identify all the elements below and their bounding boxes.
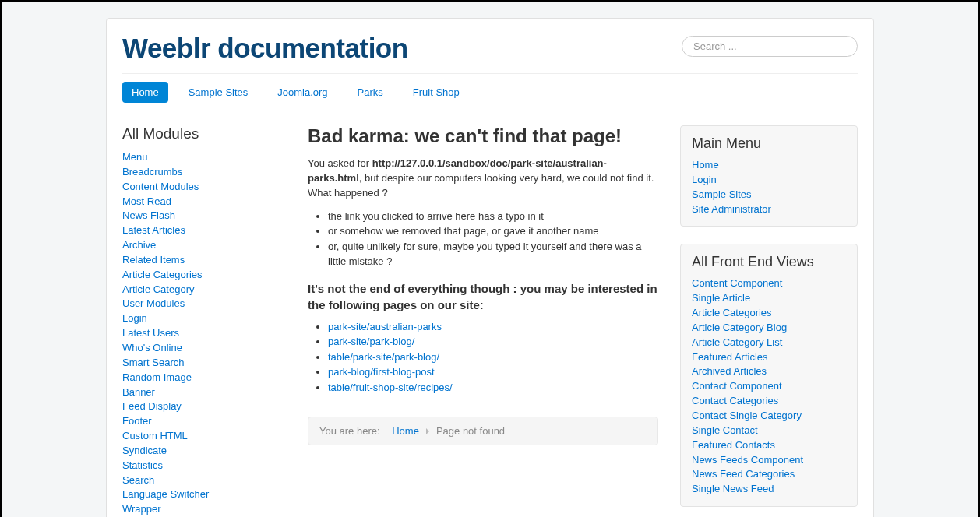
module-link[interactable]: Statistics [122, 459, 163, 471]
list-item: Home [692, 158, 846, 173]
list-item: park-blog/first-blog-post [328, 364, 658, 380]
list-item: Related Items [122, 253, 286, 268]
breadcrumb-current: Page not found [436, 425, 505, 437]
module-link[interactable]: Content Modules [122, 181, 199, 192]
menu-link[interactable]: Home [692, 159, 719, 171]
alt-heading: It's not the end of everything though : … [308, 280, 658, 313]
list-item: Login [122, 311, 286, 326]
view-link[interactable]: Single Contact [692, 424, 758, 436]
suggested-link[interactable]: park-blog/first-blog-post [328, 366, 435, 378]
view-link[interactable]: Single News Feed [692, 483, 774, 494]
view-link[interactable]: Featured Contacts [692, 439, 775, 451]
list-item: Login [692, 173, 846, 188]
module-link[interactable]: Article Categories [122, 269, 203, 280]
list-item: Breadcrumbs [122, 165, 286, 180]
module-link[interactable]: Latest Articles [122, 224, 185, 236]
view-link[interactable]: Contact Component [692, 380, 782, 392]
list-item: Archived Articles [692, 364, 846, 379]
module-link[interactable]: Smart Search [122, 357, 184, 368]
page-title: Bad karma: we can't find that page! [308, 125, 658, 147]
view-link[interactable]: Contact Categories [692, 395, 778, 406]
reason-item: or somehow we removed that page, or gave… [328, 223, 658, 239]
module-link[interactable]: Feed Display [122, 400, 182, 412]
list-item: Featured Articles [692, 350, 846, 365]
module-link[interactable]: User Modules [122, 297, 185, 309]
list-item: Menu [122, 150, 286, 165]
module-link[interactable]: News Flash [122, 209, 175, 221]
nav-item-sample-sites[interactable]: Sample Sites [179, 82, 258, 103]
view-link[interactable]: Archived Articles [692, 365, 767, 377]
view-link[interactable]: News Feeds Component [692, 454, 803, 466]
list-item: Language Switcher [122, 487, 286, 502]
module-link[interactable]: Banner [122, 386, 155, 398]
module-link[interactable]: Language Switcher [122, 488, 209, 500]
view-link[interactable]: Content Component [692, 277, 782, 289]
front-end-views-list: Content ComponentSingle ArticleArticle C… [692, 276, 846, 497]
menu-link[interactable]: Sample Sites [692, 188, 752, 200]
all-modules-list: MenuBreadcrumbsContent ModulesMost ReadN… [122, 150, 286, 517]
menu-link[interactable]: Site Administrator [692, 203, 771, 215]
module-link[interactable]: Article Category [122, 283, 194, 295]
chevron-right-icon [426, 428, 429, 434]
menu-link[interactable]: Login [692, 174, 717, 185]
list-item: Banner [122, 385, 286, 400]
list-item: Single Article [692, 291, 846, 306]
list-item: Content Component [692, 276, 846, 291]
module-link[interactable]: Latest Users [122, 327, 179, 339]
view-link[interactable]: Article Category List [692, 336, 782, 348]
list-item: Single News Feed [692, 482, 846, 497]
view-link[interactable]: News Feed Categories [692, 468, 795, 480]
main-menu-list: HomeLoginSample SitesSite Administrator [692, 158, 846, 216]
nav-item-home[interactable]: Home [122, 82, 168, 103]
suggested-link[interactable]: park-site/australian-parks [328, 321, 442, 332]
view-link[interactable]: Single Article [692, 292, 750, 304]
list-item: Custom HTML [122, 429, 286, 444]
module-link[interactable]: Wrapper [122, 503, 161, 515]
module-link[interactable]: Login [122, 312, 147, 324]
view-link[interactable]: Contact Single Category [692, 410, 802, 421]
front-end-views-heading: All Front End Views [692, 254, 846, 270]
list-item: Article Categories [692, 306, 846, 321]
view-link[interactable]: Featured Articles [692, 351, 768, 363]
list-item: Site Administrator [692, 202, 846, 217]
nav-item-fruit-shop[interactable]: Fruit Shop [404, 82, 469, 103]
breadcrumb-home[interactable]: Home [392, 425, 419, 437]
view-link[interactable]: Article Category Blog [692, 322, 787, 333]
list-item: Archive [122, 238, 286, 253]
view-link[interactable]: Article Categories [692, 307, 772, 318]
module-link[interactable]: Footer [122, 415, 152, 427]
reason-item: or, quite unlikely for sure, maybe you t… [328, 239, 658, 269]
main-menu-box: Main Menu HomeLoginSample SitesSite Admi… [680, 125, 858, 227]
search-box [682, 36, 858, 57]
list-item: User Modules [122, 297, 286, 311]
module-link[interactable]: Menu [122, 151, 148, 163]
asked-prefix: You asked for [308, 157, 372, 169]
module-link[interactable]: Most Read [122, 195, 171, 207]
module-link[interactable]: Breadcrumbs [122, 166, 182, 178]
reasons-list: the link you clicked to arrive here has … [328, 209, 658, 269]
list-item: News Feed Categories [692, 467, 846, 482]
module-link[interactable]: Archive [122, 239, 156, 251]
list-item: Featured Contacts [692, 438, 846, 453]
list-item: News Feeds Component [692, 453, 846, 468]
main-nav: HomeSample SitesJoomla.orgParksFruit Sho… [122, 74, 858, 111]
module-link[interactable]: Related Items [122, 254, 185, 266]
suggested-link[interactable]: park-site/park-blog/ [328, 336, 414, 347]
suggested-link[interactable]: table/fruit-shop-site/recipes/ [328, 382, 453, 393]
module-link[interactable]: Custom HTML [122, 430, 188, 441]
module-link[interactable]: Random Image [122, 371, 192, 383]
list-item: Who's Online [122, 341, 286, 356]
list-item: Footer [122, 414, 286, 429]
module-link[interactable]: Who's Online [122, 342, 182, 353]
main-menu-heading: Main Menu [692, 135, 846, 152]
search-input[interactable] [682, 36, 858, 57]
nav-item-joomla-org[interactable]: Joomla.org [268, 82, 337, 103]
list-item: News Flash [122, 209, 286, 223]
module-link[interactable]: Search [122, 474, 154, 486]
list-item: Most Read [122, 195, 286, 209]
module-link[interactable]: Syndicate [122, 445, 167, 456]
nav-item-parks[interactable]: Parks [348, 82, 393, 103]
alt-links-list: park-site/australian-parkspark-site/park… [328, 319, 658, 396]
list-item: Wrapper [122, 502, 286, 517]
suggested-link[interactable]: table/park-site/park-blog/ [328, 351, 439, 363]
